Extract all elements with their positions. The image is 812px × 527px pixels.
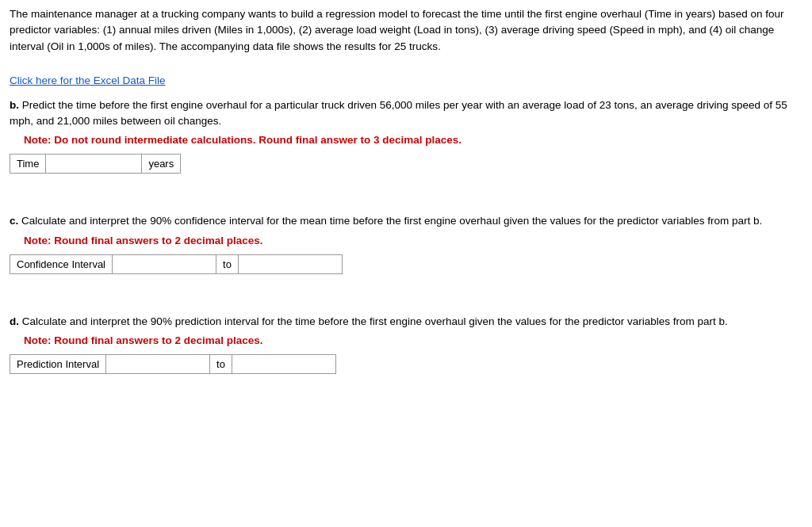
section-c-input-label: Confidence Interval — [10, 255, 113, 273]
section-c-upper-input[interactable] — [239, 255, 342, 273]
section-c: c. Calculate and interpret the 90% confi… — [10, 213, 802, 273]
section-b-body: Predict the time before the first engine… — [10, 99, 787, 127]
section-b-time-input[interactable] — [46, 155, 141, 173]
section-b-years-unit: years — [141, 155, 180, 173]
section-c-input-row: Confidence Interval to — [10, 254, 343, 274]
excel-link[interactable]: Click here for the Excel Data File — [10, 74, 166, 86]
section-b-input-label: Time — [10, 155, 46, 173]
section-d-input-row: Prediction Interval to — [10, 354, 336, 374]
section-d-upper-input[interactable] — [232, 355, 335, 373]
section-d-label: d. Calculate and interpret the 90% predi… — [10, 314, 802, 330]
section-c-note: Note: Round final answers to 2 decimal p… — [10, 235, 802, 246]
section-c-letter: c. — [10, 215, 18, 227]
section-d-letter: d. — [10, 315, 19, 327]
section-b-label: b. Predict the time before the first eng… — [10, 97, 802, 130]
section-b-letter: b. — [10, 99, 19, 111]
section-d-input-label: Prediction Interval — [10, 355, 106, 373]
section-d-note: Note: Round final answers to 2 decimal p… — [10, 334, 802, 346]
section-d-to: to — [209, 355, 232, 373]
section-c-to: to — [216, 255, 239, 273]
section-d: d. Calculate and interpret the 90% predi… — [10, 314, 802, 374]
section-c-body: Calculate and interpret the 90% confiden… — [21, 215, 762, 227]
intro-text: The maintenance manager at a trucking co… — [10, 6, 802, 55]
section-b: b. Predict the time before the first eng… — [10, 97, 802, 174]
section-d-body: Calculate and interpret the 90% predicti… — [22, 315, 728, 327]
section-c-lower-input[interactable] — [113, 255, 216, 273]
section-d-lower-input[interactable] — [106, 355, 209, 373]
section-b-input-row: Time years — [10, 154, 181, 174]
section-b-note: Note: Do not round intermediate calculat… — [10, 134, 802, 146]
section-c-label: c. Calculate and interpret the 90% confi… — [10, 213, 802, 229]
